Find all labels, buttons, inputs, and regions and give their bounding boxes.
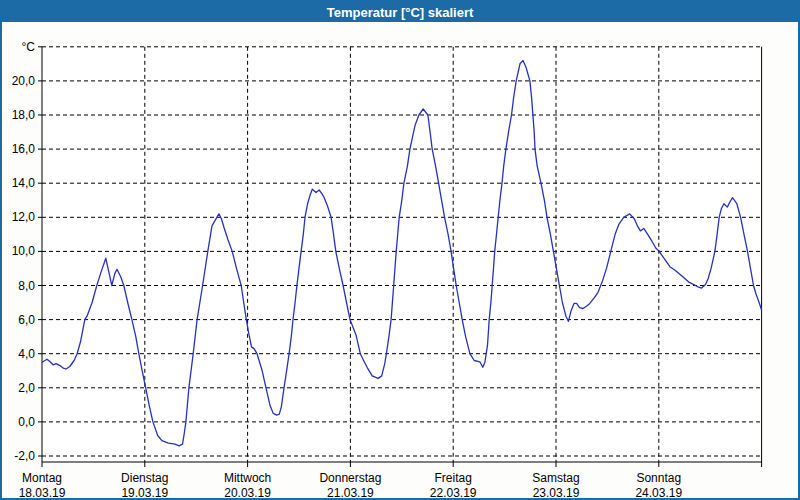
y-axis-label: 20,0 [12,74,36,88]
y-axis-label: 16,0 [12,142,36,156]
x-axis-date-label: 21.03.19 [327,486,374,500]
temperature-chart: °C20,018,016,014,012,010,08,06,04,02,00,… [2,2,800,500]
y-axis-label: 8,0 [18,279,35,293]
y-axis-label: 0,0 [18,415,35,429]
plot-area [42,47,762,462]
y-axis-label: 14,0 [12,176,36,190]
y-axis-label: 12,0 [12,210,36,224]
x-axis-day-label: Samstag [532,471,579,485]
x-axis-day-label: Montag [22,471,62,485]
x-axis-day-label: Mittwoch [224,471,271,485]
x-axis-date-label: 19.03.19 [121,486,168,500]
app-window: Temperatur [°C] skaliert °C20,018,016,01… [0,0,800,500]
y-axis-label: 6,0 [18,313,35,327]
x-axis-day-label: Freitag [435,471,472,485]
y-axis-unit-label: °C [22,40,36,54]
x-axis-date-label: 23.03.19 [533,486,580,500]
y-axis-label: 4,0 [18,347,35,361]
y-axis-label: 2,0 [18,381,35,395]
x-axis-date-label: 22.03.19 [430,486,477,500]
x-axis-date-label: 24.03.19 [635,486,682,500]
x-axis-day-label: Sonntag [636,471,681,485]
x-axis-day-label: Donnerstag [319,471,381,485]
y-axis-label: 18,0 [12,108,36,122]
y-axis-label: 10,0 [12,244,36,258]
x-axis-date-label: 20.03.19 [224,486,271,500]
x-axis-day-label: Dienstag [121,471,168,485]
x-axis-date-label: 18.03.19 [19,486,66,500]
y-axis-label: -2,0 [14,449,35,463]
